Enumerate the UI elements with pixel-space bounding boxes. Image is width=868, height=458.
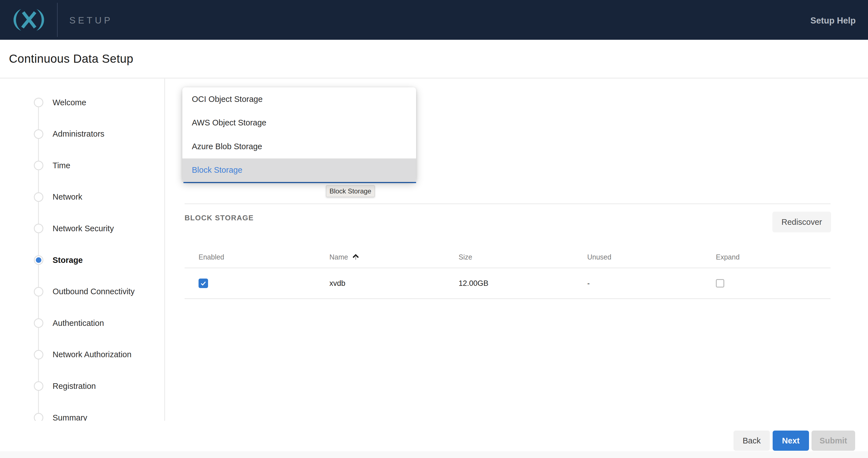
column-header-enabled: Enabled xyxy=(185,246,315,268)
enabled-checkbox[interactable] xyxy=(198,279,208,288)
stepper-item-label: Administrators xyxy=(53,129,104,139)
step-circle xyxy=(34,381,43,391)
stepper-item-label: Network Security xyxy=(53,224,114,233)
checkmark-icon xyxy=(200,280,207,287)
column-header-name[interactable]: Name xyxy=(315,246,445,268)
table-body: xvdb12.00GB- xyxy=(185,268,831,299)
sort-ascending-icon xyxy=(351,253,360,261)
step-circle xyxy=(34,192,43,202)
dropdown-option-block-storage[interactable]: Block Storage xyxy=(182,159,416,182)
column-header-label: Size xyxy=(459,253,472,261)
column-header-unused: Unused xyxy=(573,246,702,268)
column-header-label: Unused xyxy=(587,253,611,261)
stepper-item-label: Time xyxy=(53,161,70,170)
setup-help-link[interactable]: Setup Help xyxy=(810,16,856,26)
block-storage-heading: BLOCK STORAGE xyxy=(185,213,254,222)
active-step-dot xyxy=(36,257,41,263)
storage-type-dropdown-menu: OCI Object StorageAWS Object StorageAzur… xyxy=(182,87,416,182)
dropdown-option-azure-blob-storage[interactable]: Azure Blob Storage xyxy=(182,135,416,159)
dropdown-option-aws-object-storage[interactable]: AWS Object Storage xyxy=(182,111,416,135)
back-button[interactable]: Back xyxy=(734,431,770,451)
footer-strip xyxy=(0,451,868,458)
step-circle xyxy=(34,350,43,360)
titlebar: Continuous Data Setup xyxy=(0,40,868,78)
column-header-label: Expand xyxy=(716,253,740,261)
step-circle-active xyxy=(34,255,43,265)
stepper-item-label: Storage xyxy=(53,256,83,265)
block-storage-table: EnabledNameSizeUnusedExpand xvdb12.00GB- xyxy=(185,246,831,299)
rediscover-button[interactable]: Rediscover xyxy=(772,212,831,232)
section-divider xyxy=(185,203,831,204)
step-circle xyxy=(34,161,43,170)
stepper-item-label: Network Authorization xyxy=(53,350,131,359)
table-header-row: EnabledNameSizeUnusedExpand xyxy=(185,246,831,268)
column-header-label: Enabled xyxy=(198,253,224,261)
storage-type-select-underline[interactable] xyxy=(183,182,416,183)
step-circle xyxy=(34,224,43,233)
column-header-size: Size xyxy=(445,246,573,268)
step-circle xyxy=(34,318,43,328)
submit-button: Submit xyxy=(811,431,855,451)
topbar-divider xyxy=(57,3,58,37)
page-title: Continuous Data Setup xyxy=(9,52,133,65)
storage-type-tooltip: Block Storage xyxy=(326,185,375,197)
cell-name: xvdb xyxy=(315,268,445,298)
stepper-item-label: Authentication xyxy=(53,319,104,328)
stepper-item-label: Outbound Connectivity xyxy=(53,287,134,296)
stepper-item-label: Welcome xyxy=(53,98,86,107)
stepper-item-label: Network xyxy=(53,192,82,202)
setup-stepper: WelcomeAdministratorsTimeNetworkNetwork … xyxy=(0,79,165,421)
topbar: SETUP Setup Help xyxy=(0,0,868,40)
column-header-label: Name xyxy=(330,253,348,261)
step-circle xyxy=(34,98,43,107)
setup-wizard-app: SETUP Setup Help Continuous Data Setup W… xyxy=(0,0,868,458)
step-circle xyxy=(34,413,43,421)
cell-size: 12.00GB xyxy=(445,268,573,298)
delphix-logo-icon xyxy=(8,7,50,33)
dropdown-option-oci-object-storage[interactable]: OCI Object Storage xyxy=(182,87,416,111)
table-row: xvdb12.00GB- xyxy=(185,268,831,299)
stepper-item-label: Summary xyxy=(53,413,87,421)
next-button[interactable]: Next xyxy=(773,431,809,451)
column-header-expand: Expand xyxy=(702,246,831,268)
product-label: SETUP xyxy=(69,15,113,26)
step-circle xyxy=(34,129,43,139)
expand-checkbox[interactable] xyxy=(716,279,724,287)
cell-unused: - xyxy=(573,268,702,298)
step-circle xyxy=(34,287,43,296)
stepper-item-label: Registration xyxy=(53,381,96,391)
